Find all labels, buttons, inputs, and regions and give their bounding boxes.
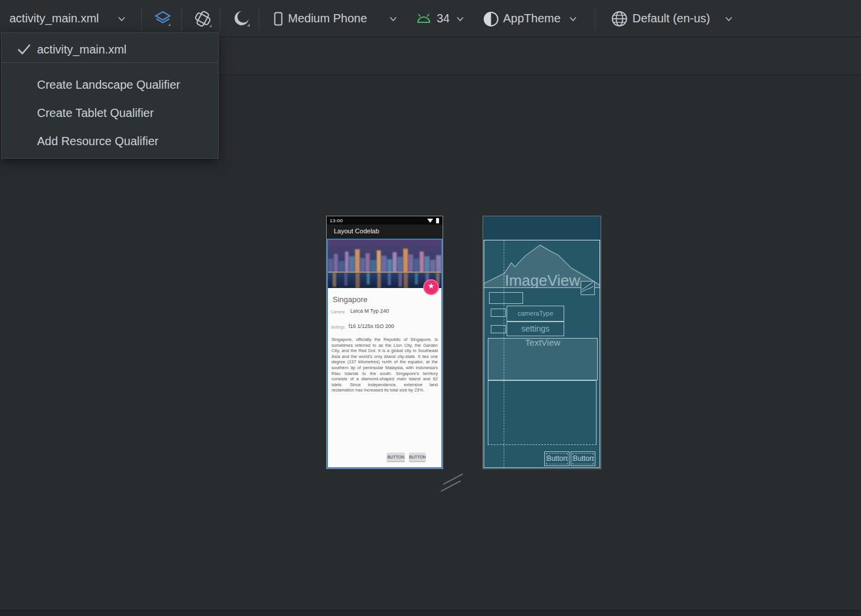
blueprint-button-1[interactable]: Button [544,451,569,466]
resize-handle[interactable] [443,473,463,485]
blueprint-button-label: Button [572,453,594,464]
resize-handle[interactable] [441,480,461,492]
chevron-down-icon[interactable] [725,16,733,22]
status-time: 13:00 [330,218,343,223]
guideline[interactable] [504,240,504,468]
menu-item-create-tablet[interactable]: Create Tablet Qualifier [2,101,218,125]
blueprint-description-textview[interactable]: TextView [488,338,598,380]
upload-button[interactable]: BUTTON [409,453,426,461]
menu-item-add-resource-qualifier[interactable]: Add Resource Qualifier [2,129,218,153]
locale-selector-dropdown[interactable]: Default (en-us) [611,0,628,19]
design-preview[interactable]: 13:00 Layout Codelab [327,216,443,468]
menu-item-label: Create Tablet Qualifier [37,101,154,125]
blueprint-button-label: Button [546,453,568,464]
checkmark-icon [17,43,31,55]
menu-item-label: Create Landscape Qualifier [37,73,180,96]
chevron-down-icon[interactable] [118,16,126,22]
fab-button[interactable]: ★ [423,279,439,295]
camera-label: Camera [331,310,344,314]
settings-label: Settings [331,325,345,329]
menu-item-label: Add Resource Qualifier [37,129,159,153]
api-selector-dropdown[interactable]: 34 [416,0,432,12]
blueprint-appbar-area [483,216,601,240]
status-bar: 13:00 [327,216,443,225]
settings-value: f16 1/125s ISO 200 [349,323,394,329]
layers-icon[interactable] [154,10,173,29]
moon-icon[interactable] [232,9,252,29]
device-selector-label: Medium Phone [288,0,367,37]
blueprint-cameratype-textview[interactable]: cameraType [507,306,564,322]
file-selector-menu: activity_main.xml Create Landscape Quali… [1,32,219,159]
app-bar: Layout Codelab [327,225,443,239]
file-selector-dropdown[interactable]: activity_main.xml [9,0,99,37]
file-selector-label: activity_main.xml [9,12,99,25]
rotate-icon[interactable] [192,9,213,30]
chevron-down-icon[interactable] [456,16,464,22]
image-placeholder-icon [581,282,594,294]
blueprint-fab[interactable] [581,281,595,295]
blueprint-title-textview[interactable] [489,292,523,304]
toolbar-divider [595,7,595,31]
discard-button[interactable]: BUTTON [387,453,405,461]
toolbar-divider [259,7,259,31]
theme-selector-label: AppTheme [503,0,561,37]
locale-selector-label: Default (en-us) [632,0,710,37]
window-bottom-edge [0,610,861,616]
toolbar-divider [181,7,182,31]
design-toolbar: activity_main.xml Medium Phone [0,0,861,37]
api-selector-label: 34 [437,0,450,37]
device-selector-dropdown[interactable]: Medium Phone [274,0,283,14]
toolbar-divider [220,7,220,31]
app-bar-title: Layout Codelab [334,227,379,235]
android-icon [416,13,432,25]
battery-icon [436,218,439,223]
menu-item-label: activity_main.xml [37,38,126,61]
star-icon: ★ [424,282,438,290]
card-title: Singapore [333,295,367,304]
menu-item-create-landscape[interactable]: Create Landscape Qualifier [2,73,218,96]
wifi-icon [427,219,433,223]
globe-icon [611,11,628,27]
camera-value: Leica M Typ 240 [350,308,389,314]
contrast-icon [483,11,499,27]
chevron-down-icon[interactable] [389,16,397,22]
description-text: Singapore, officially the Republic of Si… [331,337,438,393]
singapore-image[interactable] [327,239,443,288]
chevron-down-icon[interactable] [569,16,577,22]
blueprint-preview[interactable]: ImageView cameraType settings TextView B… [483,216,601,468]
menu-separator [2,62,218,63]
phone-icon [274,12,283,26]
toolbar-divider [141,7,142,31]
blueprint-button-2[interactable]: Button [571,451,595,466]
theme-selector-dropdown[interactable]: AppTheme [483,0,499,18]
blueprint-settings-textview[interactable]: settings [507,322,564,336]
menu-item-current-file[interactable]: activity_main.xml [2,38,218,61]
layout-editor-window: activity_main.xml Medium Phone [0,0,861,616]
